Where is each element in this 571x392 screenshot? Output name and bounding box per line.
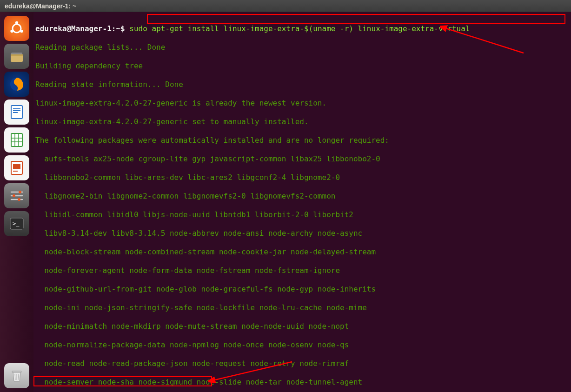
svg-rect-9 xyxy=(13,108,20,109)
files-icon xyxy=(8,48,25,65)
firefox-icon xyxy=(8,76,25,93)
output-line: linux-image-extra-4.2.0-27-generic set t… xyxy=(35,117,569,126)
terminal-window[interactable]: edureka@Manager-1:~$ sudo apt-get instal… xyxy=(33,12,571,392)
prompt-line: edureka@Manager-1:~$ sudo apt-get instal… xyxy=(35,24,569,33)
output-line: libbonobo2-common libc-ares-dev libc-are… xyxy=(35,173,569,182)
output-line: libidl-common libidl0 libjs-node-uuid li… xyxy=(35,210,569,219)
launcher-impress[interactable] xyxy=(4,155,29,180)
annotation-command-highlight xyxy=(147,14,565,24)
svg-rect-11 xyxy=(13,112,18,113)
output-line: Building dependency tree xyxy=(35,61,569,71)
launcher-terminal[interactable]: >_ xyxy=(4,211,29,236)
terminal-output[interactable]: edureka@Manager-1:~$ sudo apt-get instal… xyxy=(33,12,571,392)
output-line: node-block-stream node-combined-stream n… xyxy=(35,247,569,257)
calc-icon xyxy=(8,132,25,148)
svg-point-22 xyxy=(18,198,20,201)
output-line: node-ini node-json-stringify-safe node-l… xyxy=(35,303,569,312)
settings-icon xyxy=(8,187,25,204)
svg-rect-18 xyxy=(13,164,20,169)
svg-point-2 xyxy=(20,30,23,33)
output-line: Reading state information... Done xyxy=(35,80,569,89)
svg-rect-12 xyxy=(11,133,22,146)
svg-rect-6 xyxy=(11,54,23,56)
impress-icon xyxy=(8,159,25,176)
prompt-user-host: edureka@Manager-1 xyxy=(35,24,112,33)
writer-icon xyxy=(8,104,25,120)
svg-rect-19 xyxy=(13,171,18,172)
ubuntu-icon xyxy=(8,20,25,37)
output-line: linux-image-extra-4.2.0-27-generic is al… xyxy=(35,99,569,108)
prompt-dollar: $ xyxy=(120,24,125,33)
svg-point-3 xyxy=(10,30,13,33)
output-line: node-normalize-package-data node-npmlog … xyxy=(35,340,569,350)
window-titlebar: edureka@Manager-1: ~ xyxy=(0,0,571,12)
prompt-path: ~ xyxy=(116,24,120,33)
unity-launcher: >_ xyxy=(0,12,33,392)
output-line: node-read node-read-package-json node-re… xyxy=(35,359,569,368)
output-line: libgnome2-bin libgnome2-common libgnomev… xyxy=(35,192,569,201)
prompt-sep: : xyxy=(112,24,116,33)
terminal-icon: >_ xyxy=(8,215,25,232)
svg-point-0 xyxy=(13,24,21,33)
svg-point-21 xyxy=(13,194,15,197)
output-line: aufs-tools ax25-node cgroup-lite gyp jav… xyxy=(35,154,569,164)
output-line: The following packages were automaticall… xyxy=(35,136,569,145)
trash-icon xyxy=(8,367,25,384)
svg-point-20 xyxy=(19,191,21,193)
svg-point-1 xyxy=(15,21,18,24)
window-title: edureka@Manager-1: ~ xyxy=(5,2,76,10)
output-line: node-github-url-from-git node-glob node-… xyxy=(35,285,569,294)
svg-rect-10 xyxy=(13,110,20,111)
output-line: libv8-3.14-dev libv8-3.14.5 node-abbrev … xyxy=(35,229,569,238)
launcher-settings[interactable] xyxy=(4,183,29,208)
launcher-calc[interactable] xyxy=(4,127,29,153)
output-line: Reading package lists... Done xyxy=(35,43,569,52)
command-text: sudo apt-get install linux-image-extra-$… xyxy=(129,24,470,33)
svg-rect-25 xyxy=(12,371,21,372)
launcher-writer[interactable] xyxy=(4,100,29,125)
output-line: node-forever-agent node-form-data node-f… xyxy=(35,266,569,275)
output-line: node-semver node-sha node-sigmund node-s… xyxy=(35,378,569,387)
launcher-firefox[interactable] xyxy=(4,72,29,97)
output-line: node-minimatch node-mkdirp node-mute-str… xyxy=(35,322,569,331)
launcher-files[interactable] xyxy=(4,44,29,69)
svg-text:>_: >_ xyxy=(13,220,20,227)
launcher-dash[interactable] xyxy=(4,16,29,41)
launcher-trash[interactable] xyxy=(4,363,29,388)
